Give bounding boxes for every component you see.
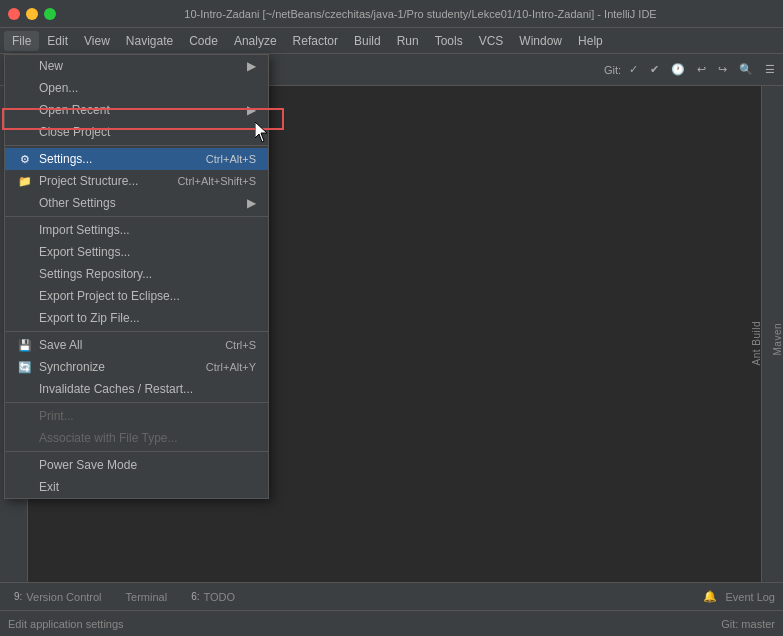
- git-label: Git:: [604, 64, 621, 76]
- menu-navigate[interactable]: Navigate: [118, 31, 181, 51]
- menu-view[interactable]: View: [76, 31, 118, 51]
- menu-vcs[interactable]: VCS: [471, 31, 512, 51]
- export-eclipse-label: Export Project to Eclipse...: [39, 289, 180, 303]
- status-edit-settings: Edit application settings: [8, 618, 124, 630]
- open-recent-arrow: ▶: [247, 103, 256, 117]
- open-label: Open...: [39, 81, 78, 95]
- window-controls[interactable]: [8, 8, 56, 20]
- settings-label: Settings...: [39, 152, 92, 166]
- minimize-button[interactable]: [26, 8, 38, 20]
- menu-item-export-settings[interactable]: Export Settings...: [5, 241, 268, 263]
- power-save-label: Power Save Mode: [39, 458, 137, 472]
- export-settings-label: Export Settings...: [39, 245, 130, 259]
- settings-icon: ⚙: [17, 153, 33, 166]
- event-log-label[interactable]: Event Log: [725, 591, 775, 603]
- window-title: 10-Intro-Zadani [~/netBeans/czechitas/ja…: [66, 8, 775, 20]
- version-control-label: Version Control: [26, 591, 101, 603]
- menu-item-settings[interactable]: ⚙ Settings... Ctrl+Alt+S: [5, 148, 268, 170]
- synchronize-shortcut: Ctrl+Alt+Y: [206, 361, 256, 373]
- git-btn-3[interactable]: 🕐: [667, 61, 689, 78]
- menu-code[interactable]: Code: [181, 31, 226, 51]
- menu-item-export-eclipse[interactable]: Export Project to Eclipse...: [5, 285, 268, 307]
- ant-build-label: Ant Build: [751, 321, 762, 366]
- status-left: Edit application settings: [8, 618, 721, 630]
- menu-file[interactable]: File: [4, 31, 39, 51]
- bottom-right: 🔔 Event Log: [703, 590, 775, 603]
- menu-item-new[interactable]: New ▶: [5, 55, 268, 77]
- dropdown-sep-1: [5, 145, 268, 146]
- status-right: Git: master: [721, 618, 775, 630]
- menu-item-print: Print...: [5, 405, 268, 427]
- project-structure-label: Project Structure...: [39, 174, 138, 188]
- exit-label: Exit: [39, 480, 59, 494]
- menu-edit[interactable]: Edit: [39, 31, 76, 51]
- save-all-shortcut: Ctrl+S: [225, 339, 256, 351]
- other-settings-label: Other Settings: [39, 196, 116, 210]
- new-arrow: ▶: [247, 59, 256, 73]
- file-dropdown-menu: New ▶ Open... Open Recent ▶ Close Projec…: [4, 54, 269, 499]
- save-all-icon: 💾: [17, 339, 33, 352]
- menu-item-export-zip[interactable]: Export to Zip File...: [5, 307, 268, 329]
- menu-refactor[interactable]: Refactor: [285, 31, 346, 51]
- terminal-label: Terminal: [126, 591, 168, 603]
- right-strip: Maven Ant Build: [761, 86, 783, 582]
- project-structure-shortcut: Ctrl+Alt+Shift+S: [177, 175, 256, 187]
- synchronize-icon: 🔄: [17, 361, 33, 374]
- menu-item-open-recent[interactable]: Open Recent ▶: [5, 99, 268, 121]
- close-button[interactable]: [8, 8, 20, 20]
- settings-toolbar-button[interactable]: ☰: [761, 61, 779, 78]
- git-btn-2[interactable]: ✔: [646, 61, 663, 78]
- git-status: Git: master: [721, 618, 775, 630]
- dropdown-sep-2: [5, 216, 268, 217]
- menu-window[interactable]: Window: [511, 31, 570, 51]
- menu-item-associate-file: Associate with File Type...: [5, 427, 268, 449]
- menu-item-settings-repo[interactable]: Settings Repository...: [5, 263, 268, 285]
- bottom-tab-terminal[interactable]: Terminal: [120, 589, 174, 605]
- maven-label: Maven: [772, 323, 783, 356]
- import-settings-label: Import Settings...: [39, 223, 130, 237]
- menu-analyze[interactable]: Analyze: [226, 31, 285, 51]
- invalidate-label: Invalidate Caches / Restart...: [39, 382, 193, 396]
- project-structure-icon: 📁: [17, 175, 33, 188]
- git-btn-1[interactable]: ✓: [625, 61, 642, 78]
- menu-item-power-save[interactable]: Power Save Mode: [5, 454, 268, 476]
- menu-item-open[interactable]: Open...: [5, 77, 268, 99]
- new-label: New: [39, 59, 63, 73]
- menu-build[interactable]: Build: [346, 31, 389, 51]
- menu-item-synchronize[interactable]: 🔄 Synchronize Ctrl+Alt+Y: [5, 356, 268, 378]
- close-project-label: Close Project: [39, 125, 110, 139]
- export-zip-label: Export to Zip File...: [39, 311, 140, 325]
- event-log-icon: 🔔: [703, 590, 717, 603]
- bottom-tab-todo[interactable]: 6: TODO: [185, 589, 241, 605]
- dropdown-sep-3: [5, 331, 268, 332]
- todo-num: 6:: [191, 591, 199, 602]
- todo-label: TODO: [203, 591, 235, 603]
- status-bar: Edit application settings Git: master: [0, 610, 783, 636]
- menu-tools[interactable]: Tools: [427, 31, 471, 51]
- settings-shortcut: Ctrl+Alt+S: [206, 153, 256, 165]
- menu-item-other-settings[interactable]: Other Settings ▶: [5, 192, 268, 214]
- menu-help[interactable]: Help: [570, 31, 611, 51]
- settings-repo-label: Settings Repository...: [39, 267, 152, 281]
- menu-item-close-project[interactable]: Close Project: [5, 121, 268, 143]
- menu-item-save-all[interactable]: 💾 Save All Ctrl+S: [5, 334, 268, 356]
- version-control-num: 9:: [14, 591, 22, 602]
- search-button[interactable]: 🔍: [735, 61, 757, 78]
- menu-item-invalidate[interactable]: Invalidate Caches / Restart...: [5, 378, 268, 400]
- git-btn-5[interactable]: ↪: [714, 61, 731, 78]
- menu-item-import-settings[interactable]: Import Settings...: [5, 219, 268, 241]
- synchronize-label: Synchronize: [39, 360, 105, 374]
- other-settings-arrow: ▶: [247, 196, 256, 210]
- dropdown-sep-5: [5, 451, 268, 452]
- bottom-tab-version-control[interactable]: 9: Version Control: [8, 589, 108, 605]
- print-label: Print...: [39, 409, 74, 423]
- git-btn-4[interactable]: ↩: [693, 61, 710, 78]
- maximize-button[interactable]: [44, 8, 56, 20]
- title-bar: 10-Intro-Zadani [~/netBeans/czechitas/ja…: [0, 0, 783, 28]
- bottom-toolbar: 9: Version Control Terminal 6: TODO 🔔 Ev…: [0, 582, 783, 610]
- menu-run[interactable]: Run: [389, 31, 427, 51]
- open-recent-label: Open Recent: [39, 103, 110, 117]
- menu-item-project-structure[interactable]: 📁 Project Structure... Ctrl+Alt+Shift+S: [5, 170, 268, 192]
- dropdown-sep-4: [5, 402, 268, 403]
- menu-item-exit[interactable]: Exit: [5, 476, 268, 498]
